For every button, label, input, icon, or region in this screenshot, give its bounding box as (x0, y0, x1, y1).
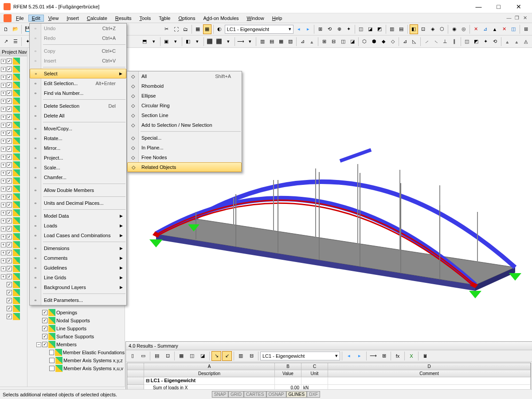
menuitem-select[interactable]: ▫Select▶ (30, 69, 126, 78)
tb2-q-icon[interactable]: ▤ (267, 37, 276, 47)
menu-edit[interactable]: Edit (28, 15, 44, 22)
tb2-r-icon[interactable]: ▦ (277, 37, 285, 47)
menuitem-move-copy-[interactable]: ▫Move/Copy... (30, 124, 126, 133)
submenuitem-rhomboid[interactable]: ◇Rhomboid (127, 81, 242, 91)
tree-row[interactable]: +✓ (0, 177, 27, 185)
results-grid[interactable]: A B C D Description Value Unit Comment ⊟… (127, 363, 531, 393)
tb2-x-icon[interactable]: ◫ (339, 37, 347, 47)
tb-k-icon[interactable]: ◎ (459, 24, 468, 34)
submenuitem-add-to-selection-new-selection[interactable]: ◇Add to Selection / New Selection (127, 120, 242, 130)
res-tb-i-icon[interactable]: ↙ (222, 351, 232, 361)
tb2-ai-icon[interactable]: ∥ (450, 37, 459, 47)
menuitem-background-layers[interactable]: ▫Background Layers▶ (30, 282, 126, 292)
mdi-min[interactable]: — (505, 15, 512, 21)
menuitem-guidelines[interactable]: ▫Guidelines▶ (30, 263, 126, 273)
menuitem-insert[interactable]: ▫InsertCtrl+V (30, 56, 126, 66)
menuitem-edit-parameters-[interactable]: ▫Edit Parameters... (30, 295, 126, 305)
menuitem-find-via-number-[interactable]: ▫Find via Number... (30, 88, 126, 98)
tb-folder-icon[interactable]: 🗂 (181, 24, 190, 34)
res-excel-icon[interactable]: X (407, 351, 416, 361)
menu-calculate[interactable]: Calculate (83, 15, 111, 22)
tb-ax-icon[interactable]: ✕ (472, 24, 480, 34)
nav-item[interactable]: ✓Openings (27, 309, 125, 317)
results-lc-combo[interactable]: LC1 - Eigengewicht▾ (260, 352, 340, 360)
tb2-s-icon[interactable]: ▧ (286, 37, 294, 47)
tb-h-icon[interactable]: ◈ (428, 24, 437, 34)
tb2-ak-icon[interactable]: ◩ (472, 37, 481, 47)
tree-row[interactable]: +✓ (0, 201, 27, 209)
menu-window[interactable]: Window (243, 15, 268, 22)
submenuitem-related-objects[interactable]: ◇Related Objects (127, 162, 242, 172)
tb-misc2-icon[interactable]: ⟲ (325, 24, 334, 34)
menuitem-units-and-decimal-places-[interactable]: ▫Units and Decimal Places... (30, 198, 126, 208)
tb2-t-icon[interactable]: ⊿ (298, 37, 307, 47)
res-prev-icon[interactable]: ◂ (344, 351, 354, 361)
tb-b-icon[interactable]: ◪ (366, 24, 375, 34)
menuitem-rotate-[interactable]: ▫Rotate... (30, 133, 126, 143)
tree-row[interactable]: +✓ (0, 129, 27, 137)
tb2-p-icon[interactable]: ▥ (258, 37, 266, 47)
res-tb-n-icon[interactable]: fx (393, 351, 403, 361)
tb2-b-icon[interactable]: ☰ (11, 37, 20, 47)
snap-grid[interactable]: GRID (228, 391, 244, 398)
tree-row[interactable]: +✓ (0, 65, 27, 73)
snap-cartes[interactable]: CARTES (244, 391, 266, 398)
mdi-close[interactable]: ✕ (521, 15, 528, 21)
menuitem-dimensions[interactable]: ▫Dimensions▶ (30, 243, 126, 253)
tree-row[interactable]: +✓ (0, 257, 27, 265)
tree-row[interactable]: +✓ (0, 137, 27, 145)
menuitem-scale-[interactable]: ▫Scale... (30, 163, 126, 172)
menuitem-loads[interactable]: ▫Loads▶ (30, 221, 126, 231)
tree-row[interactable]: +✓ (0, 97, 27, 105)
menuitem-delete-selection[interactable]: ▫Delete SelectionDel (30, 101, 126, 111)
tb2-w-icon[interactable]: ⊟ (329, 37, 338, 47)
res-tb-m-icon[interactable]: ⊞ (379, 351, 389, 361)
tree-row[interactable]: +✓ (0, 113, 27, 121)
loadcase-combo[interactable]: LC1 - Eigengewicht▾ (225, 25, 294, 34)
menuitem-line-grids[interactable]: ▫Line Grids▶ (30, 273, 126, 282)
tb2-ag-icon[interactable]: ⟍ (432, 37, 440, 47)
res-tb-e-icon[interactable]: ▦ (176, 351, 186, 361)
tb2-af-icon[interactable]: ⟋ (422, 37, 431, 47)
menuitem-comments[interactable]: ▫Comments▶ (30, 253, 126, 263)
snap-dxf[interactable]: DXF (307, 391, 320, 398)
menuitem-redo[interactable]: ▫RedoCtrl+A (30, 33, 126, 43)
tb-nav-icon[interactable]: ⛶ (172, 24, 180, 34)
tb2-al-icon[interactable]: ✦ (481, 37, 490, 47)
tree-row[interactable]: +✓ (0, 57, 27, 65)
tb2-z-icon[interactable]: ⬡ (360, 37, 369, 47)
tree-row[interactable]: +✓ (0, 209, 27, 217)
snap-glines[interactable]: GLINES (286, 391, 307, 398)
tb2-am-icon[interactable]: ⟲ (491, 37, 499, 47)
tb2-f-icon[interactable]: ▾ (150, 37, 158, 47)
tb-pe-icon[interactable]: ✕ (500, 24, 509, 34)
tree-row[interactable]: ✓ (0, 305, 27, 313)
res-tb-a-icon[interactable]: ▯ (128, 351, 137, 361)
tb2-aa-icon[interactable]: ⬢ (370, 37, 378, 47)
menuitem-delete-all[interactable]: ▫Delete All (30, 111, 126, 121)
menuitem-project-[interactable]: ▫Project... (30, 153, 126, 163)
res-tb-g-icon[interactable]: ◪ (198, 351, 207, 361)
tb-table1-icon[interactable]: ▦ (194, 24, 202, 34)
res-tb-l-icon[interactable]: ⟶ (368, 351, 378, 361)
tb2-u-icon[interactable]: ⟁ (308, 37, 316, 47)
tb2-ah-icon[interactable]: ⊥ (441, 37, 450, 47)
tb-misc-icon[interactable]: ⊞ (316, 24, 325, 34)
tb2-m-icon[interactable]: ▾ (224, 37, 233, 47)
tree-row[interactable]: +✓ (0, 265, 27, 273)
tb-j-icon[interactable]: ◉ (450, 24, 458, 34)
tree-row[interactable]: +✓ (0, 249, 27, 257)
tree-row[interactable]: +✓ (0, 217, 27, 225)
tree-row[interactable]: +✓ (0, 161, 27, 169)
menuitem-model-data[interactable]: ▫Model Data▶ (30, 211, 126, 221)
submenuitem-special-[interactable]: ◇Special... (127, 133, 242, 143)
menu-results[interactable]: Results (112, 15, 135, 22)
menuitem-load-cases-and-combinations[interactable]: ▫Load Cases and Combinations▶ (30, 231, 126, 240)
res-tb-k-icon[interactable]: ⊟ (246, 351, 256, 361)
res-next-icon[interactable]: ▸ (355, 351, 364, 361)
mdi-restore[interactable]: ❐ (513, 15, 520, 21)
tb2-ac-icon[interactable]: ◇ (388, 37, 397, 47)
tb-cut-icon[interactable]: ✂ (162, 24, 171, 34)
submenuitem-ellipse[interactable]: ◇Ellipse (127, 91, 242, 101)
res-tb-j-icon[interactable]: ▥ (236, 351, 246, 361)
